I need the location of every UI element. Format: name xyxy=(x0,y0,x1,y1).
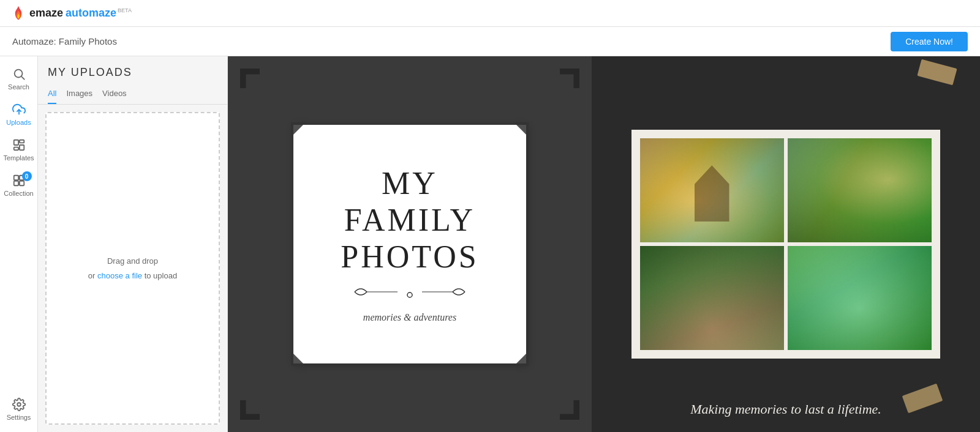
tab-images[interactable]: Images xyxy=(66,89,92,104)
sidebar-label-search: Search xyxy=(8,83,29,91)
sidebar-item-uploads[interactable]: Uploads xyxy=(0,97,38,132)
gear-icon xyxy=(12,398,26,411)
mount-br xyxy=(514,351,529,366)
mount-tr xyxy=(514,122,529,137)
corner-tl xyxy=(240,69,260,88)
corner-tr xyxy=(560,69,579,88)
tab-videos[interactable]: Videos xyxy=(102,89,127,104)
svg-rect-10 xyxy=(19,181,23,185)
photo-2 xyxy=(788,138,932,242)
svg-rect-6 xyxy=(13,147,18,151)
card-divider xyxy=(349,283,471,305)
panel-header: My Uploads xyxy=(38,56,227,84)
logo-area: emaze automazeBETA xyxy=(10,5,132,22)
toolbar: Automaze: Family Photos Create Now! xyxy=(0,27,980,56)
white-card: MYFAMILYPHOTOS memories & adventures xyxy=(293,125,526,363)
corner-br xyxy=(560,400,579,420)
sidebar-label-settings: Settings xyxy=(7,414,31,421)
photo-4 xyxy=(788,246,932,350)
sidebar-label-templates: Templates xyxy=(3,154,34,162)
create-now-button[interactable]: Create Now! xyxy=(891,32,968,51)
sidebar-item-settings[interactable]: Settings xyxy=(0,392,38,427)
templates-icon xyxy=(12,138,26,152)
right-page: Making memories to last a lifetime. xyxy=(592,56,980,432)
upload-icon xyxy=(12,103,26,116)
header: emaze automazeBETA xyxy=(0,0,980,27)
sidebar-label-uploads: Uploads xyxy=(6,119,31,126)
panel-tabs: All Images Videos xyxy=(38,84,227,105)
main-content: Search Uploads Templates 0 xyxy=(0,56,980,432)
svg-point-0 xyxy=(14,70,22,78)
collection-badge: 0 xyxy=(22,171,32,181)
svg-rect-7 xyxy=(13,176,18,180)
tab-all[interactable]: All xyxy=(48,89,56,104)
sidebar-item-collection[interactable]: 0 Collection xyxy=(0,168,38,203)
sidebar-item-search[interactable]: Search xyxy=(0,61,38,97)
mount-tl xyxy=(291,122,306,137)
emaze-logo: emaze automazeBETA xyxy=(10,5,132,22)
mount-bl xyxy=(291,351,306,366)
card-title: MYFAMILYPHOTOS xyxy=(341,165,478,275)
photo-1 xyxy=(640,138,784,242)
panel-title: My Uploads xyxy=(48,66,217,79)
tape-decoration xyxy=(917,59,957,86)
photo-3 xyxy=(640,246,784,350)
uploads-panel: My Uploads All Images Videos Drag and dr… xyxy=(38,56,228,432)
svg-rect-4 xyxy=(19,140,23,143)
upload-instructions: Drag and drop or choose a file to upload xyxy=(88,254,177,283)
left-page: MYFAMILYPHOTOS memories & adventures xyxy=(228,56,592,432)
logo-emaze-text: emaze xyxy=(29,7,63,20)
canvas-area: MYFAMILYPHOTOS memories & adventures xyxy=(228,56,980,432)
photo-frame xyxy=(631,130,941,359)
logo-automaze-text: automazeBETA xyxy=(66,7,132,20)
project-title: Automaze: Family Photos xyxy=(12,36,117,47)
sidebar: Search Uploads Templates 0 xyxy=(0,56,38,432)
choose-file-link[interactable]: choose a file xyxy=(97,271,142,280)
photo-grid xyxy=(640,138,932,350)
search-icon xyxy=(12,67,26,81)
svg-point-11 xyxy=(17,403,21,406)
card-subtitle: memories & adventures xyxy=(363,312,456,323)
svg-rect-9 xyxy=(13,181,18,185)
upload-dropzone[interactable]: Drag and drop or choose a file to upload xyxy=(45,112,220,425)
corner-bl xyxy=(240,400,260,420)
sidebar-label-collection: Collection xyxy=(4,190,33,197)
svg-rect-3 xyxy=(13,140,18,145)
svg-point-13 xyxy=(407,292,412,297)
scrapbook: MYFAMILYPHOTOS memories & adventures xyxy=(228,56,980,432)
flame-icon xyxy=(10,5,27,22)
sidebar-item-templates[interactable]: Templates xyxy=(0,132,38,168)
svg-rect-5 xyxy=(19,145,23,150)
svg-line-1 xyxy=(21,76,24,80)
